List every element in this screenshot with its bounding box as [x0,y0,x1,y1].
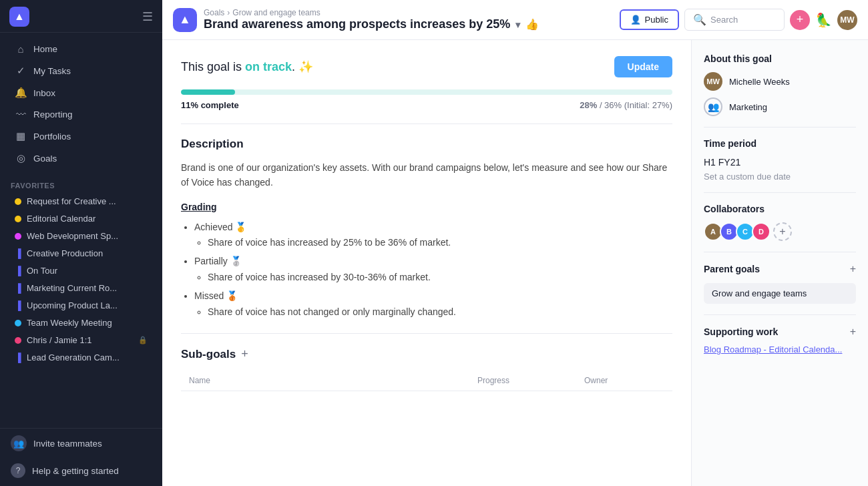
sidebar-nav: ⌂ Home ✓ My Tasks 🔔 Inbox 〰 Reporting ▦ … [0,33,162,175]
chart-icon: 〰 [15,109,27,120]
add-parent-goal-button[interactable]: + [850,263,856,275]
breadcrumb-goals-link[interactable]: Goals [204,8,224,17]
divider [181,124,672,124]
sidebar-item-label: Goals [33,154,57,164]
sidebar-top: ▲ ☰ [0,0,162,33]
add-collaborator-button[interactable]: + [773,222,792,241]
fav-item-label: Team Weekly Meeting [27,318,112,328]
fav-item-label: Request for Creative ... [27,196,116,206]
grading-partially-sub: Share of voice has increased by 30-to-36… [208,270,672,286]
add-button[interactable]: + [790,10,810,30]
owner-name: Michelle Weeks [729,77,790,87]
sidebar-item-label: Reporting [33,109,73,119]
goal-status-text: This goal is on track. ✨ [181,59,313,74]
owner-avatar: MW [704,72,722,91]
bar-chart-icon: ▐ [15,352,21,362]
parent-goals-title: Parent goals [704,264,760,274]
add-supporting-work-button[interactable]: + [850,326,856,338]
grading-title: Grading [181,200,672,216]
fav-dot-icon [15,337,21,344]
sidebar-item-home[interactable]: ⌂ Home [4,39,158,59]
status-prefix: This goal is [181,60,245,73]
like-icon[interactable]: 👍 [525,18,539,31]
notification-icon[interactable]: 🦜 [815,12,832,28]
grid-icon: ▦ [15,130,27,142]
fav-item-request-creative[interactable]: Request for Creative ... [4,193,158,210]
sidebar-item-portfolios[interactable]: ▦ Portfolios [4,126,158,147]
search-box[interactable]: 🔍 Search [684,9,785,31]
progress-target-of: / 36% (Initial: 27%) [600,100,672,110]
check-icon: ✓ [15,65,27,77]
help-label: Help & getting started [32,466,119,476]
lock-icon: 🔒 [138,336,148,344]
page-title: Brand awareness among prospects increase… [204,17,613,31]
breadcrumb-separator: › [227,8,230,17]
goal-title-text: Brand awareness among prospects increase… [204,17,510,31]
help-button[interactable]: ? Help & getting started [0,458,162,486]
sidebar-toggle[interactable]: ☰ [142,9,153,24]
fav-item-creative-production[interactable]: ▐ Creative Production [4,245,158,262]
fav-dot-icon [15,198,21,205]
bell-icon: 🔔 [15,87,27,99]
breadcrumb-path: Goals › Grow and engage teams [204,8,613,17]
supporting-work-link[interactable]: Blog Roadmap - Editorial Calenda... [704,344,856,354]
bar-chart-icon: ▐ [15,248,21,258]
team-name: Marketing [729,102,767,112]
right-sidebar: About this goal MW Michelle Weeks 👥 Mark… [691,40,868,486]
sidebar-item-label: My Tasks [33,66,71,76]
right-divider-2 [704,192,856,193]
set-custom-due-date-link[interactable]: Set a custom due date [704,172,856,182]
fav-item-on-tour[interactable]: ▐ On Tour [4,262,158,279]
fav-item-marketing-current[interactable]: ▐ Marketing Current Ro... [4,280,158,296]
person-icon: 👤 [630,15,641,25]
update-button[interactable]: Update [614,56,672,77]
sidebar-item-goals[interactable]: ◎ Goals [4,148,158,169]
fav-item-team-weekly[interactable]: Team Weekly Meeting [4,314,158,331]
add-sub-goal-button[interactable]: + [241,347,248,361]
fav-item-editorial-calendar[interactable]: Editorial Calendar [4,210,158,227]
fav-item-lead-generation[interactable]: ▐ Lead Generation Cam... [4,349,158,366]
fav-item-label: Editorial Calendar [27,214,95,224]
grading-achieved: Achieved 🥇 Share of voice has increased … [194,220,672,252]
app-logo: ▲ [9,7,29,27]
grading-missed: Missed 🥉 Share of voice has not changed … [194,288,672,320]
sidebar: ▲ ☰ ⌂ Home ✓ My Tasks 🔔 Inbox 〰 Reportin… [0,0,162,486]
col-owner: Owner [584,376,664,385]
right-divider-1 [704,127,856,128]
about-goal-title: About this goal [704,53,856,64]
invite-label: Invite teammates [33,439,102,449]
invite-teammates-button[interactable]: 👥 Invite teammates [0,429,162,458]
public-button[interactable]: 👤 Public [620,9,679,30]
sidebar-item-inbox[interactable]: 🔔 Inbox [4,82,158,103]
time-period-value: H1 FY21 [704,157,856,168]
sidebar-item-reporting[interactable]: 〰 Reporting [4,104,158,125]
bar-chart-icon: ▐ [15,266,21,276]
fav-dot-icon [15,216,21,222]
sidebar-item-my-tasks[interactable]: ✓ My Tasks [4,60,158,81]
chevron-down-icon[interactable]: ▾ [515,19,520,30]
owner-row: MW Michelle Weeks [704,72,856,91]
sidebar-bottom: 👥 Invite teammates ? Help & getting star… [0,428,162,486]
fav-item-web-development[interactable]: Web Development Sp... [4,228,158,244]
fav-dot-icon [15,320,21,326]
breadcrumb-parent-link[interactable]: Grow and engage teams [232,8,320,17]
progress-target-value: 28% [580,100,597,110]
collaborator-avatar-4: D [752,222,771,241]
header-actions: 👤 Public 🔍 Search + 🦜 MW [620,9,857,31]
main-content: This goal is on track. ✨ Update 11% comp… [162,40,691,486]
user-avatar[interactable]: MW [837,10,857,30]
grading-achieved-label: Achieved 🥇 [194,222,246,232]
time-period-title: Time period [704,138,856,149]
parent-goal-chip[interactable]: Grow and engage teams [704,283,856,304]
help-icon: ? [11,463,25,478]
grading-partially: Partially 🥈 Share of voice has increased… [194,254,672,286]
description-section: Description Brand is one of our organiza… [181,138,672,320]
col-name: Name [189,376,477,385]
description-title: Description [181,138,672,151]
fav-item-label: Upcoming Product La... [27,300,118,310]
fav-item-upcoming-product[interactable]: ▐ Upcoming Product La... [4,297,158,314]
progress-bar-fill [181,89,235,95]
fav-item-chris-jamie[interactable]: Chris / Jamie 1:1 🔒 [4,332,158,348]
fav-dot-icon [15,233,21,240]
right-divider-4 [704,314,856,315]
